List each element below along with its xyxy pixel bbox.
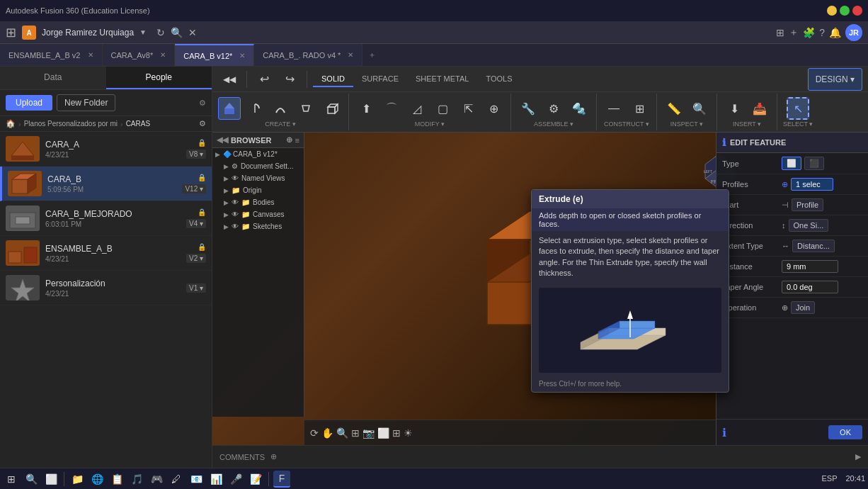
browser-button[interactable]: 🌐 xyxy=(88,471,105,488)
start-button[interactable]: Profile xyxy=(792,198,823,211)
upload-button[interactable]: Upload xyxy=(6,95,52,111)
apps-icon[interactable]: ⊞ xyxy=(776,27,784,38)
extrude-button[interactable] xyxy=(218,97,241,120)
tab-cara-b-rado[interactable]: CARA_B_. RADO v4 * ✕ xyxy=(254,44,362,66)
list-item[interactable]: ENSAMBLE_A_B 4/23/21 🔒 V2 ▾ xyxy=(0,236,212,271)
new-folder-button[interactable]: New Folder xyxy=(57,94,115,111)
direction-button[interactable]: One Si... xyxy=(789,219,829,232)
info-icon2[interactable]: ℹ xyxy=(722,426,726,439)
browser-item[interactable]: ▶ 📁 Origin xyxy=(212,184,304,196)
tab-close-icon[interactable]: ✕ xyxy=(160,51,166,59)
type-button-2[interactable]: ⬛ xyxy=(804,157,824,170)
select-button[interactable]: ↖ xyxy=(787,97,809,120)
breadcrumb-current[interactable]: CARAS xyxy=(126,120,150,128)
ppt-button[interactable]: 🎤 xyxy=(227,471,244,488)
joint-button[interactable]: 🔧 xyxy=(517,97,539,120)
home-icon[interactable]: 🏠 xyxy=(6,119,16,128)
close-button[interactable] xyxy=(852,6,862,16)
file-explorer-button[interactable]: 📁 xyxy=(69,471,86,488)
assemble-button2[interactable]: ⚙ xyxy=(542,97,565,120)
camera-icon[interactable]: 📷 xyxy=(362,427,375,439)
shell-button[interactable]: ▢ xyxy=(431,97,454,120)
list-item[interactable]: Personalización 4/23/21 V1 ▾ xyxy=(0,271,212,305)
dropdown-icon[interactable]: ▼ xyxy=(139,28,147,36)
assemble-button3[interactable]: 🔩 xyxy=(568,97,590,120)
settings-icon[interactable]: ⚙ xyxy=(199,99,206,108)
tab-close-icon[interactable]: ✕ xyxy=(239,52,245,60)
sidebar-tab-people[interactable]: People xyxy=(106,67,212,89)
music-button[interactable]: 🎵 xyxy=(128,471,145,488)
tab-close-icon[interactable]: ✕ xyxy=(348,51,353,59)
browser-expand-icon[interactable]: ⊕ xyxy=(286,135,292,145)
browser-item[interactable]: ▶ ⚙ Document Sett... xyxy=(212,160,304,172)
user-name[interactable]: Jorge Ramirez Urquiaga xyxy=(42,28,134,38)
help-icon[interactable]: ? xyxy=(819,27,825,38)
construct-button1[interactable]: — xyxy=(603,97,625,120)
grid-view-icon[interactable]: ⊞ xyxy=(392,427,401,439)
chamfer-button[interactable]: ◿ xyxy=(406,97,428,120)
browser-item[interactable]: ▶ 👁 Named Views xyxy=(212,172,304,184)
revolve-button[interactable] xyxy=(244,97,266,120)
fit-icon[interactable]: ⊞ xyxy=(351,427,360,439)
mode-tab-solid[interactable]: SOLID xyxy=(313,72,353,87)
collapse-browser-button[interactable]: ◀◀ xyxy=(218,68,241,91)
box-button[interactable] xyxy=(320,97,343,120)
word-button[interactable]: 📝 xyxy=(247,471,264,488)
taper-angle-input[interactable] xyxy=(782,281,838,293)
search-icon[interactable]: 🔍 xyxy=(171,27,183,38)
collapse-icon[interactable]: ◀◀ xyxy=(217,135,228,145)
minimize-button[interactable] xyxy=(827,6,837,16)
browser-item[interactable]: ▶ 🔷 CARA_B v12* xyxy=(212,148,304,160)
undo-button[interactable]: ↩ xyxy=(253,68,275,91)
tab-ensamble[interactable]: ENSAMBLE_A_B v2 ✕ xyxy=(0,44,103,66)
breadcrumb-folder[interactable]: Planos Personalizados por mi xyxy=(24,120,118,128)
search-taskbar-button[interactable]: 🔍 xyxy=(23,471,40,488)
sweep-button[interactable] xyxy=(269,97,292,120)
press-pull-button[interactable]: ⬆ xyxy=(355,97,377,120)
display-icon[interactable]: ⬜ xyxy=(377,427,389,439)
user-avatar[interactable]: JR xyxy=(845,24,862,41)
extension-icon[interactable]: 🧩 xyxy=(803,27,815,38)
close-icon[interactable]: ✕ xyxy=(188,27,197,38)
orbit-icon[interactable]: ⟳ xyxy=(310,427,319,439)
redo-button[interactable]: ↪ xyxy=(278,68,301,91)
inspect-button2[interactable]: 🔍 xyxy=(688,97,711,120)
ok-button[interactable]: OK xyxy=(828,425,862,439)
pan-icon[interactable]: ✋ xyxy=(321,427,333,439)
fusion-taskbar-button[interactable]: F xyxy=(273,471,290,488)
operation-button[interactable]: Join xyxy=(791,301,815,314)
tab-cara-b[interactable]: CARA_B v12* ✕ xyxy=(175,44,254,66)
add-icon[interactable]: ＋ xyxy=(789,26,799,39)
viewport[interactable]: ◀◀ BROWSER ⊕ ≡ ▶ 🔷 CARA_B v12* ▶ ⚙ Docum… xyxy=(212,133,868,445)
add-tab-button[interactable]: ＋ xyxy=(362,44,382,66)
start-button[interactable]: ⊞ xyxy=(3,471,20,488)
pen-button[interactable]: 🖊 xyxy=(168,471,185,488)
type-button-1[interactable]: ⬜ xyxy=(782,157,801,170)
zoom-icon[interactable]: 🔍 xyxy=(336,427,348,439)
fillet-button[interactable]: ⌒ xyxy=(380,97,403,120)
render-icon[interactable]: ☀ xyxy=(404,427,413,439)
mode-tab-tools[interactable]: TOOLS xyxy=(477,72,520,87)
tab-cara-av8[interactable]: CARA_Av8* ✕ xyxy=(103,44,176,66)
task-view-button[interactable]: ⬜ xyxy=(42,471,59,488)
game-button[interactable]: 🎮 xyxy=(148,471,165,488)
design-button[interactable]: DESIGN ▾ xyxy=(808,68,862,91)
comments-collapse-icon[interactable]: ▶ xyxy=(855,452,861,461)
excel-button[interactable]: 📊 xyxy=(207,471,224,488)
notification-icon[interactable]: 🔔 xyxy=(829,27,841,38)
grid-icon[interactable]: ⊞ xyxy=(6,25,16,40)
insert-button[interactable]: ⬇ xyxy=(723,97,746,120)
notes-button[interactable]: 📋 xyxy=(108,471,125,488)
mode-tab-sheet-metal[interactable]: SHEET METAL xyxy=(407,72,477,87)
construct-button2[interactable]: ⊞ xyxy=(628,97,651,120)
tab-close-icon[interactable]: ✕ xyxy=(88,51,93,59)
list-item[interactable]: CARA_B 5:09:56 PM 🔒 V12 ▾ xyxy=(0,167,212,201)
browser-item[interactable]: ▶ 👁 📁 Sketches xyxy=(212,220,304,232)
scale-button[interactable]: ⇱ xyxy=(457,97,479,120)
list-item[interactable]: CARA_B_MEJORADO 6:03:01 PM 🔒 V4 ▾ xyxy=(0,201,212,236)
sync-icon[interactable]: ↻ xyxy=(156,27,165,38)
loft-button[interactable] xyxy=(295,97,317,120)
combine-button[interactable]: ⊕ xyxy=(482,97,505,120)
list-item[interactable]: CARA_A 4/23/21 🔒 V8 ▾ xyxy=(0,132,212,167)
insert-button2[interactable]: 📥 xyxy=(748,97,771,120)
